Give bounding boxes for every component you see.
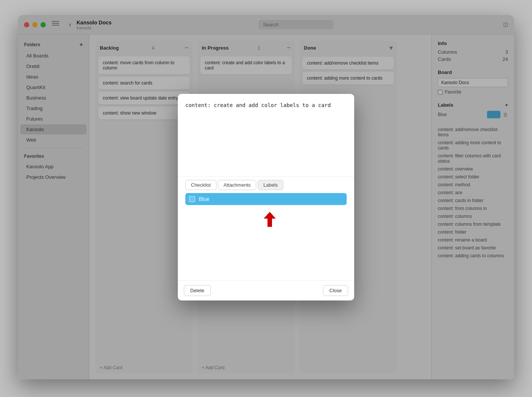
mac-window: ‹ Kansolo Docs Kansolo ⊡ Folders + All B…	[18, 15, 514, 379]
card-edit-modal: content: create and add color labels to …	[178, 94, 354, 300]
tab-labels[interactable]: Labels	[258, 180, 283, 190]
close-button[interactable]: Close	[323, 285, 348, 296]
modal-labels-section: Blue	[178, 193, 354, 235]
modal-tabs: Checklist Attachments Labels	[178, 177, 354, 193]
modal-empty-area	[178, 235, 354, 280]
red-arrow-indicator	[185, 207, 347, 231]
label-blue-checkbox[interactable]	[189, 196, 195, 202]
svg-marker-0	[264, 212, 276, 227]
modal-label-blue-name: Blue	[199, 196, 209, 202]
tab-checklist[interactable]: Checklist	[185, 180, 216, 190]
modal-label-blue-row[interactable]: Blue	[185, 193, 347, 205]
modal-overlay[interactable]: content: create and add color labels to …	[18, 15, 514, 379]
tab-attachments[interactable]: Attachments	[218, 180, 256, 190]
delete-button[interactable]: Delete	[184, 285, 211, 296]
modal-footer: Delete Close	[178, 280, 354, 300]
modal-text-area: content: create and add color labels to …	[178, 94, 354, 177]
card-title-input[interactable]: content: create and add color labels to …	[185, 101, 347, 165]
